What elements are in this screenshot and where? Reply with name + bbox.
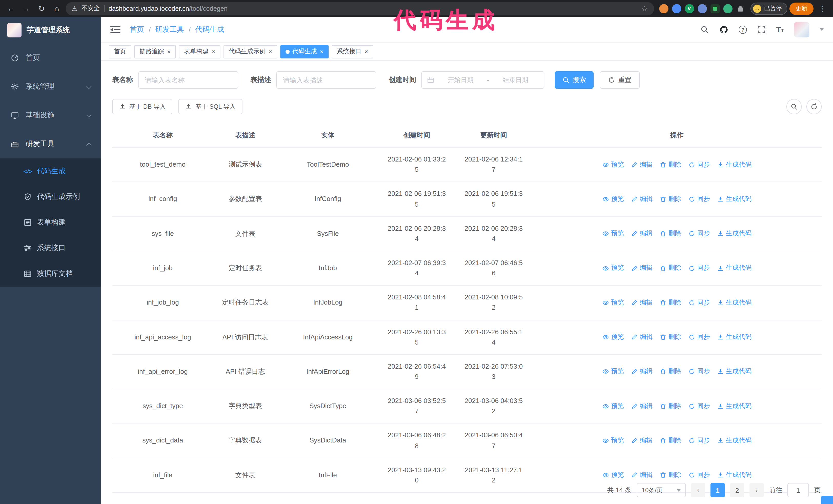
search-icon[interactable] [700,25,709,34]
help-icon[interactable]: ? [739,25,747,33]
import-sql-button[interactable]: 基于 SQL 导入 [178,99,242,114]
generate-code-link[interactable]: 生成代码 [717,160,752,170]
preview-link[interactable]: 预览 [602,436,624,446]
sync-link[interactable]: 同步 [688,436,710,446]
edit-link[interactable]: 编辑 [631,367,652,377]
extension-icon-5[interactable] [710,4,719,13]
preview-link[interactable]: 预览 [602,367,624,377]
create-time-range-picker[interactable]: 开始日期 - 结束日期 [421,71,544,89]
preview-link[interactable]: 预览 [602,470,624,480]
tab-codegen[interactable]: 代码生成 × [280,45,329,58]
tab-close-icon[interactable]: × [167,48,171,55]
browser-address-bar[interactable]: ⚠ 不安全 dashboard.yudao.iocoder.cn/tool/co… [66,2,654,15]
avatar-dropdown-caret-icon[interactable] [820,28,824,31]
sync-link[interactable]: 同步 [688,263,710,273]
delete-link[interactable]: 删除 [660,229,681,239]
breadcrumb-devtools[interactable]: 研发工具 [155,25,184,34]
delete-link[interactable]: 删除 [660,401,681,411]
next-page-button[interactable]: › [749,483,764,497]
generate-code-link[interactable]: 生成代码 [717,229,752,239]
preview-link[interactable]: 预览 [602,297,624,308]
sidebar-subitem-api[interactable]: 系统接口 [0,235,101,261]
sidebar-subitem-form-builder[interactable]: 表单构建 [0,210,101,235]
generate-code-link[interactable]: 生成代码 [717,470,752,480]
edit-link[interactable]: 编辑 [631,332,652,342]
preview-link[interactable]: 预览 [602,401,624,411]
tab-home[interactable]: 首页 [109,45,131,58]
font-size-icon[interactable]: TT [776,26,784,33]
extension-icon-2[interactable] [672,4,681,13]
browser-home-icon[interactable]: ⌂ [50,2,64,15]
extension-icon-6[interactable] [723,4,732,13]
preview-link[interactable]: 预览 [602,263,624,273]
sidebar-subitem-codegen-example[interactable]: 代码生成示例 [0,184,101,210]
tab-codegen-example[interactable]: 代码生成示例 × [223,45,277,58]
search-button[interactable]: 搜索 [555,71,594,89]
edit-link[interactable]: 编辑 [631,297,652,308]
browser-update-button[interactable]: 更新 [789,2,813,15]
sidebar-item-system[interactable]: 系统管理 [0,72,101,101]
tab-api[interactable]: 系统接口 × [332,45,373,58]
preview-link[interactable]: 预览 [602,229,624,239]
sidebar-item-devtools[interactable]: 研发工具 [0,130,101,159]
sidebar-item-infra[interactable]: 基础设施 [0,101,101,130]
delete-link[interactable]: 删除 [660,470,681,480]
sidebar-subitem-codegen[interactable]: </> 代码生成 [0,159,101,184]
generate-code-link[interactable]: 生成代码 [717,194,752,204]
bookmark-star-icon[interactable]: ☆ [641,4,648,13]
generate-code-link[interactable]: 生成代码 [717,332,752,342]
delete-link[interactable]: 删除 [660,436,681,446]
sync-link[interactable]: 同步 [688,160,710,170]
tab-close-icon[interactable]: × [320,48,324,55]
sidebar-collapse-icon[interactable] [110,25,121,34]
generate-code-link[interactable]: 生成代码 [717,401,752,411]
sync-link[interactable]: 同步 [688,401,710,411]
delete-link[interactable]: 删除 [660,160,681,170]
edit-link[interactable]: 编辑 [631,470,652,480]
hide-search-button[interactable] [786,99,802,114]
extension-icon-1[interactable] [659,4,668,13]
delete-link[interactable]: 删除 [660,332,681,342]
page-size-select[interactable]: 10条/页 [637,483,686,497]
page-button-1[interactable]: 1 [711,483,725,497]
import-db-button[interactable]: 基于 DB 导入 [112,99,172,114]
tab-close-icon[interactable]: × [364,48,368,55]
extension-icon-3[interactable]: V [685,4,694,13]
edit-link[interactable]: 编辑 [631,436,652,446]
delete-link[interactable]: 删除 [660,194,681,204]
browser-forward-icon[interactable]: → [20,2,33,15]
preview-link[interactable]: 预览 [602,160,624,170]
github-icon[interactable] [719,25,729,34]
delete-link[interactable]: 删除 [660,297,681,308]
edit-link[interactable]: 编辑 [631,194,652,204]
browser-reload-icon[interactable]: ↻ [35,2,48,15]
corner-widget[interactable] [821,496,833,504]
generate-code-link[interactable]: 生成代码 [717,297,752,308]
tab-close-icon[interactable]: × [269,48,272,55]
table-name-input[interactable] [138,71,238,89]
sync-link[interactable]: 同步 [688,332,710,342]
preview-link[interactable]: 预览 [602,194,624,204]
browser-menu-kebab-icon[interactable]: ⋮ [815,2,829,15]
app-logo-row[interactable]: 芋道管理系统 [0,17,101,44]
fullscreen-icon[interactable] [757,25,766,34]
tab-tracing[interactable]: 链路追踪 × [134,45,176,58]
preview-link[interactable]: 预览 [602,332,624,342]
edit-link[interactable]: 编辑 [631,401,652,411]
sync-link[interactable]: 同步 [688,470,710,480]
sync-link[interactable]: 同步 [688,297,710,308]
user-avatar[interactable] [794,22,809,37]
edit-link[interactable]: 编辑 [631,263,652,273]
sync-link[interactable]: 同步 [688,229,710,239]
table-desc-input[interactable] [276,71,376,89]
browser-profile-chip[interactable]: 已暂停 [750,2,787,15]
tab-form-builder[interactable]: 表单构建 × [179,45,220,58]
breadcrumb-home[interactable]: 首页 [130,25,144,34]
reset-button[interactable]: 重置 [600,71,640,89]
sidebar-subitem-db-docs[interactable]: 数据库文档 [0,261,101,287]
extensions-puzzle-icon[interactable] [736,4,745,13]
prev-page-button[interactable]: ‹ [691,483,705,497]
sync-link[interactable]: 同步 [688,194,710,204]
edit-link[interactable]: 编辑 [631,229,652,239]
goto-page-input[interactable] [787,483,809,497]
